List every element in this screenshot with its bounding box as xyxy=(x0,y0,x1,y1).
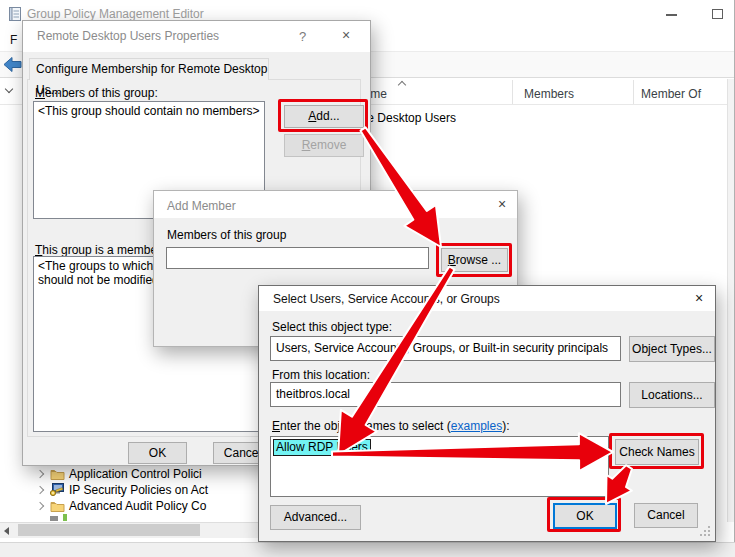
tree-item-partial-icon xyxy=(63,514,67,521)
status-bar xyxy=(0,542,735,557)
close-icon[interactable]: × xyxy=(342,28,350,42)
folder-icon xyxy=(50,500,65,513)
highlight-box-add xyxy=(278,99,368,132)
locations-button[interactable]: Locations... xyxy=(629,382,715,408)
tree-item-label: Application Control Polici xyxy=(69,467,202,481)
resize-grip[interactable] xyxy=(699,525,711,537)
column-header-member-of[interactable]: Member Of xyxy=(641,87,701,101)
gpme-app-icon xyxy=(7,6,23,22)
from-location-label: From this location: xyxy=(272,368,370,382)
back-arrow-icon[interactable] xyxy=(3,56,22,73)
close-icon[interactable]: × xyxy=(695,291,703,305)
folder-icon xyxy=(50,468,65,481)
help-icon[interactable]: ? xyxy=(299,29,306,44)
scrollbar-thumb[interactable] xyxy=(18,524,200,536)
selected-object-name: Allow RDP Users xyxy=(273,439,371,456)
add-member-members-label: Members of this group xyxy=(167,228,286,242)
highlight-box-browse xyxy=(436,243,512,277)
enter-object-names-label: Enter the object names to select (exampl… xyxy=(272,419,509,433)
advanced-button[interactable]: Advanced... xyxy=(270,505,361,530)
add-member-title: Add Member xyxy=(167,199,236,213)
column-divider[interactable] xyxy=(512,80,513,105)
location-field[interactable]: theitbros.local xyxy=(270,382,621,407)
enter-names-text: Enter the object names to select ( xyxy=(272,419,451,433)
scroll-left-arrow-icon[interactable] xyxy=(4,527,9,535)
screenshot-root: Group Policy Management Editor F Name Me… xyxy=(0,0,735,557)
minimize-icon[interactable] xyxy=(666,14,677,16)
object-names-textarea[interactable]: Allow RDP Users xyxy=(270,436,609,497)
tree-item-partial-icon xyxy=(50,516,58,521)
select-users-title: Select Users, Service Accounts, or Group… xyxy=(273,292,500,306)
menu-item-file[interactable]: F xyxy=(10,33,17,47)
window-title: Group Policy Management Editor xyxy=(27,7,204,21)
maximize-icon[interactable] xyxy=(712,9,723,19)
close-icon[interactable]: × xyxy=(498,197,506,211)
column-header-members[interactable]: Members xyxy=(524,87,574,101)
object-type-label: Select this object type: xyxy=(272,320,392,334)
tree-item-label: Advanced Audit Policy Co xyxy=(69,499,206,513)
select-cancel-button[interactable]: Cancel xyxy=(634,503,698,528)
tree-item-label: IP Security Policies on Act xyxy=(69,483,208,497)
highlight-box-check-names xyxy=(609,433,704,469)
object-types-button[interactable]: Object Types... xyxy=(629,336,715,362)
enter-names-suffix: ): xyxy=(502,419,509,433)
list-vertical-scrollbar[interactable] xyxy=(727,79,734,522)
ok-button[interactable]: OK xyxy=(128,442,187,464)
remove-button[interactable]: Remove xyxy=(284,134,364,157)
ipsec-policy-icon xyxy=(49,483,65,497)
members-empty-text: <This group should contain no members> xyxy=(38,104,259,118)
object-type-field[interactable]: Users, Service Accounts, Groups, or Buil… xyxy=(270,336,621,361)
highlight-box-ok xyxy=(547,497,621,532)
examples-link[interactable]: examples xyxy=(451,419,502,433)
member-name-input[interactable] xyxy=(166,247,429,269)
properties-dialog-title: Remote Desktop Users Properties xyxy=(37,29,219,43)
tab-configure-membership[interactable]: Configure Membership for Remote Desktop … xyxy=(29,58,269,80)
select-users-dialog: Select Users, Service Accounts, or Group… xyxy=(258,285,716,542)
column-divider[interactable] xyxy=(633,80,634,105)
